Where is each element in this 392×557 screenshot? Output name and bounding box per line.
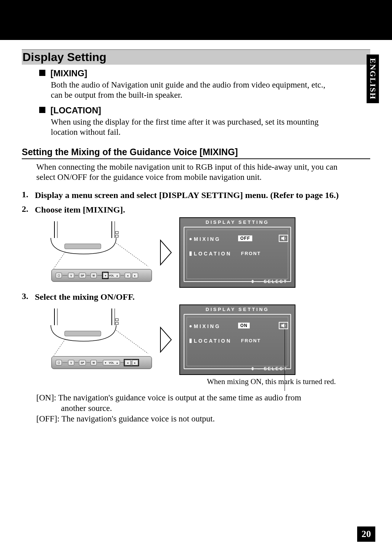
section-title-container: Display Setting [22,49,370,65]
leftright-icon: ↔ [257,279,262,284]
svg-text:☐: ☐ [58,274,60,277]
svg-text:▸: ▸ [134,362,136,364]
svg-text:◂: ◂ [127,362,128,364]
step-2-text: Choose item [MIXING]. [35,204,125,215]
step-2-number: 2. [22,204,35,214]
sp-button: SP [81,274,84,277]
svg-text:SP: SP [81,362,84,364]
display-panel-off: DISPLAY SETTING MIXING OFF LOCATION FRON… [179,217,295,288]
panel-mixing-value-on: ON [238,323,250,328]
svg-line-8 [116,243,148,266]
svg-rect-4 [115,231,118,234]
svg-rect-5 [115,235,118,237]
mixing-body: Both the audio of Navigation unit guide … [51,80,327,100]
svg-line-36 [54,339,65,356]
svg-rect-6 [65,244,101,249]
arrow-right-icon [160,327,171,352]
desc-on: [ON]: The navigation's guidance voice is… [36,393,327,414]
location-heading: [LOCATION] [50,105,101,116]
svg-marker-61 [281,323,284,328]
panel-title: DISPLAY SETTING [180,307,295,312]
svg-text:V: V [70,362,72,364]
panel-location-value: FRONT [241,251,261,256]
subsection-title: Setting the Mixing of the Guidance Voice… [22,147,370,159]
panel-select-label: SELECT [264,279,287,284]
panel-location-label: LOCATION [194,338,232,344]
svg-text:▸: ▸ [134,274,136,277]
svg-rect-34 [115,322,118,324]
svg-text:▾: ▾ [105,362,106,364]
step-1-text: Display a menu screen and select [DISPLA… [35,190,339,201]
vol-button: VOL [109,274,114,277]
leftright-icon: ↔ [257,366,262,371]
panel-location-value: FRONT [241,338,261,343]
panel-title: DISPLAY SETTING [180,219,295,225]
svg-rect-33 [115,319,118,321]
speaker-icon [279,235,288,242]
svg-rect-35 [65,331,101,336]
subsection-body: When connecting the mobile navigation un… [36,162,338,182]
v-button: V [70,274,72,277]
top-black-bar [0,0,392,40]
panel-mixing-label: MIXING [194,323,221,329]
step-3-number: 3. [22,291,35,301]
speaker-icon-on [279,322,288,329]
mixing-heading: [MIXING] [50,68,87,78]
language-tab: ENGLISH [367,55,379,103]
svg-text:▴: ▴ [116,362,118,364]
svg-text:▾: ▾ [105,274,106,277]
square-bullet-icon [39,107,45,113]
svg-marker-28 [281,236,284,241]
svg-line-7 [54,252,65,269]
display-panel-on: DISPLAY SETTING MIXING ON LOCATION FRONT… [179,304,295,375]
svg-text:▴: ▴ [116,274,118,277]
panel-mixing-value-off: OFF [238,235,252,241]
panel-mixing-label: MIXING [194,236,221,242]
panel-select-label: SELECT [264,366,287,371]
device-diagram-1: ☐ V SP W ▾ VOL ▴ ◂ [36,221,152,284]
page-number: 20 [357,526,375,542]
updown-icon: ⇕ [251,279,256,284]
arrow-right-icon [160,240,171,265]
svg-line-37 [116,330,148,354]
location-body: When using the display for the first tim… [51,117,327,137]
panel-location-label: LOCATION [194,251,232,257]
step-1-number: 1. [22,190,35,199]
svg-text:VOL: VOL [109,362,114,364]
svg-text:◂: ◂ [127,274,128,277]
w-button: W [93,274,95,277]
callout-line [285,329,285,391]
step-3-text: Select the mixing ON/OFF. [35,291,135,302]
caption-text: When mixing ON, this mark is turned red. [207,377,370,386]
square-bullet-icon [39,70,45,76]
section-title: Display Setting [22,49,370,65]
device-diagram-2: ☐ V SP W ▾ VOL ▴ ◂ [36,308,152,371]
svg-text:☐: ☐ [58,362,60,364]
updown-icon: ⇕ [251,366,256,371]
desc-off: [OFF]: The navigation's guidance voice i… [36,414,327,424]
svg-text:W: W [93,362,95,364]
